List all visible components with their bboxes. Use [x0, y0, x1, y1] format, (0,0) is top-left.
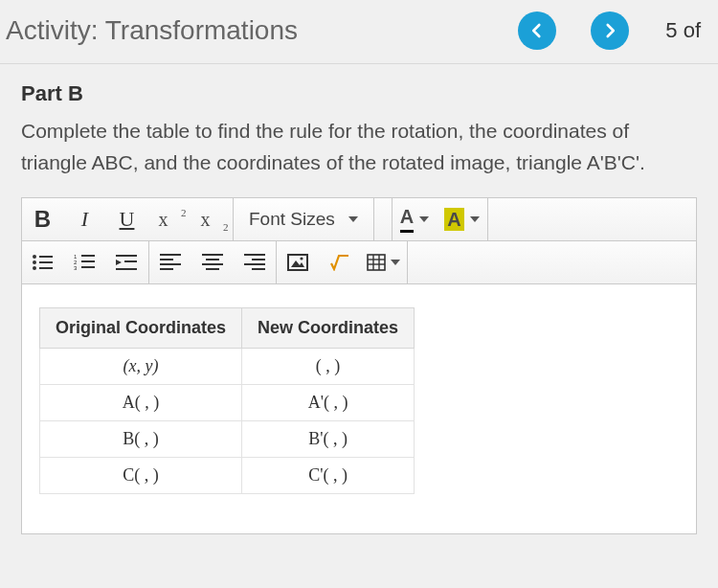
caret-down-icon — [419, 216, 429, 222]
svg-point-2 — [33, 260, 36, 264]
chevron-left-icon — [528, 22, 546, 39]
svg-rect-9 — [81, 260, 95, 262]
svg-rect-16 — [160, 254, 181, 256]
cell-new[interactable]: ( , ) — [242, 349, 415, 385]
header-bar: t Activity: Transformations 5 of — [0, 0, 718, 64]
text-style-group: B I U x2 x2 — [22, 198, 234, 240]
svg-rect-15 — [116, 268, 137, 270]
editor-body[interactable]: Original Coordinates New Coordinates (x,… — [22, 284, 696, 533]
bg-color-button[interactable]: A — [437, 198, 486, 240]
color-group: A A — [392, 198, 488, 240]
indent-button[interactable] — [106, 241, 148, 283]
table-row: (x, y) ( , ) — [40, 349, 415, 385]
svg-text:3: 3 — [74, 265, 78, 271]
cell-new[interactable]: C'( , ) — [242, 458, 415, 494]
part-label: Part B — [21, 81, 697, 106]
svg-point-30 — [300, 257, 303, 260]
svg-marker-13 — [116, 260, 122, 265]
bold-icon: B — [34, 208, 51, 231]
numbered-list-button[interactable]: 1 2 3 — [64, 241, 106, 283]
bullet-list-button[interactable] — [22, 241, 64, 283]
svg-rect-21 — [206, 259, 219, 260]
align-right-button[interactable] — [234, 241, 276, 283]
align-group — [149, 241, 277, 283]
align-left-icon — [160, 254, 181, 271]
cell-original[interactable]: B( , ) — [40, 421, 242, 458]
svg-rect-20 — [202, 254, 223, 256]
subscript-icon: x2 — [201, 209, 222, 231]
insert-image-button[interactable] — [277, 241, 319, 283]
underline-button[interactable]: U — [106, 198, 148, 240]
cell-original[interactable]: (x, y) — [40, 349, 242, 385]
cell-original[interactable]: C( , ) — [40, 458, 242, 494]
align-center-icon — [202, 254, 223, 271]
svg-rect-25 — [252, 259, 265, 260]
cell-original[interactable]: A( , ) — [40, 385, 242, 421]
page-indicator: 5 of — [665, 18, 701, 43]
caret-down-icon — [348, 216, 358, 222]
align-center-button[interactable] — [191, 241, 234, 283]
toolbar-row-2: 1 2 3 — [22, 241, 696, 284]
svg-rect-19 — [160, 268, 173, 270]
svg-rect-24 — [244, 254, 265, 256]
svg-rect-11 — [81, 266, 95, 268]
table-row: C( , ) C'( , ) — [40, 458, 415, 494]
svg-rect-26 — [244, 263, 265, 265]
cell-new[interactable]: A'( , ) — [242, 385, 415, 421]
svg-point-0 — [33, 255, 36, 259]
bold-button[interactable]: B — [22, 198, 64, 240]
next-button[interactable] — [591, 11, 629, 50]
superscript-button[interactable]: x2 — [148, 198, 191, 240]
insert-group — [277, 241, 408, 283]
insert-equation-button[interactable] — [319, 241, 361, 283]
list-group: 1 2 3 — [22, 241, 149, 283]
align-left-button[interactable] — [149, 241, 191, 283]
svg-rect-7 — [81, 255, 95, 257]
italic-button[interactable]: I — [64, 198, 106, 240]
prompt-text: Complete the table to find the rule for … — [21, 116, 697, 178]
image-icon — [287, 254, 308, 271]
svg-rect-28 — [288, 255, 307, 270]
table-header-row: Original Coordinates New Coordinates — [40, 308, 415, 349]
svg-point-4 — [33, 266, 36, 270]
chevron-right-icon — [601, 22, 618, 39]
text-color-button[interactable]: A — [393, 198, 437, 240]
square-root-icon — [329, 254, 350, 271]
svg-rect-31 — [368, 255, 385, 270]
font-size-label: Font Sizes — [249, 209, 335, 230]
underline-icon: U — [120, 209, 135, 230]
svg-rect-12 — [116, 255, 137, 257]
content-area: Part B Complete the table to find the ru… — [0, 64, 718, 534]
cell-new[interactable]: B'( , ) — [242, 421, 415, 458]
svg-rect-17 — [160, 259, 173, 260]
svg-rect-27 — [252, 268, 265, 270]
toolbar-row-1: B I U x2 x2 Font Sizes A — [22, 198, 696, 241]
activity-title: t Activity: Transformations — [0, 15, 501, 46]
insert-table-button[interactable] — [361, 241, 407, 283]
indent-icon — [116, 253, 139, 272]
coordinates-table: Original Coordinates New Coordinates (x,… — [39, 307, 415, 494]
caret-down-icon — [470, 216, 480, 222]
font-size-dropdown[interactable]: Font Sizes — [234, 198, 374, 240]
prev-button[interactable] — [518, 11, 556, 50]
header-original: Original Coordinates — [40, 308, 242, 349]
superscript-icon: x2 — [159, 209, 180, 231]
svg-marker-29 — [291, 260, 304, 267]
numbered-list-icon: 1 2 3 — [74, 253, 97, 272]
svg-rect-1 — [39, 256, 53, 258]
table-row: B( , ) B'( , ) — [40, 421, 415, 458]
subscript-button[interactable]: x2 — [191, 198, 233, 240]
highlight-color-icon: A — [444, 208, 463, 231]
italic-icon: I — [81, 209, 88, 230]
caret-down-icon — [391, 260, 400, 265]
bullet-list-icon — [32, 253, 55, 272]
svg-rect-5 — [39, 267, 53, 269]
align-right-icon — [244, 254, 265, 271]
svg-rect-14 — [124, 260, 137, 262]
table-row: A( , ) A'( , ) — [40, 385, 415, 421]
text-color-icon: A — [400, 206, 414, 233]
svg-rect-18 — [160, 263, 181, 265]
header-new: New Coordinates — [242, 308, 415, 349]
svg-rect-22 — [202, 263, 223, 265]
table-icon — [367, 254, 386, 271]
